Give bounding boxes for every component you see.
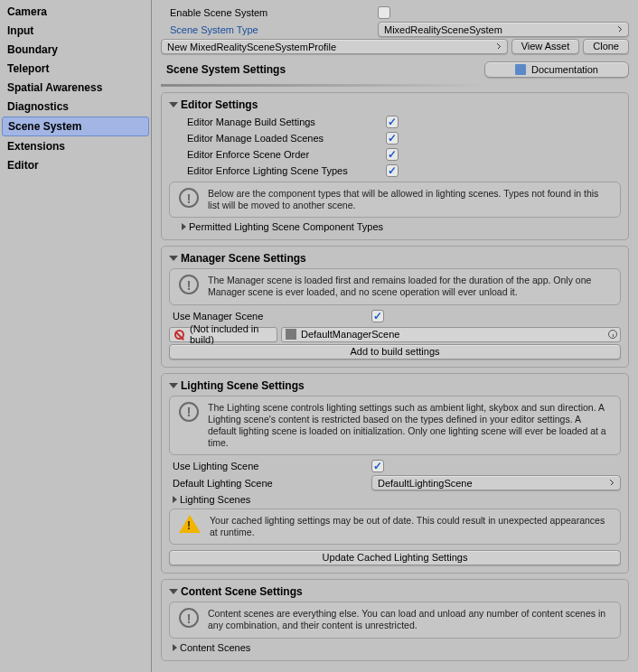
content-settings-foldout[interactable]: Content Scene Settings xyxy=(169,585,621,598)
manager-info: ! The Manager scene is loaded first and … xyxy=(169,268,621,304)
editor-settings-title: Editor Settings xyxy=(181,98,258,111)
use-lighting-scene-checkbox[interactable] xyxy=(371,460,384,472)
use-manager-scene-checkbox[interactable] xyxy=(371,310,384,322)
book-icon xyxy=(515,64,526,75)
editor-settings-info: ! Below are the component types that wil… xyxy=(169,182,621,218)
add-to-build-button[interactable]: Add to build settings xyxy=(169,344,621,359)
content-settings-panel: Content Scene Settings ! Content scenes … xyxy=(161,579,629,660)
chevron-down-icon xyxy=(169,383,178,388)
content-scenes-label: Content Scenes xyxy=(180,642,250,653)
warning-icon xyxy=(179,515,201,533)
chevron-down-icon xyxy=(169,102,178,107)
enable-scene-system-checkbox[interactable] xyxy=(378,6,390,19)
sidebar-item-boundary[interactable]: Boundary xyxy=(2,41,149,59)
chevron-right-icon xyxy=(173,644,177,651)
sidebar-item-editor[interactable]: Editor xyxy=(2,156,149,174)
lighting-scenes-label: Lighting Scenes xyxy=(180,494,250,505)
sidebar-item-spatial-awareness[interactable]: Spatial Awareness xyxy=(2,79,149,97)
lighting-info-text: The Lighting scene controls lighting set… xyxy=(208,402,611,450)
info-icon: ! xyxy=(179,608,199,628)
main-content: Enable Scene System Scene System Type Mi… xyxy=(152,0,638,672)
lighting-scenes-foldout[interactable]: Lighting Scenes xyxy=(173,494,621,505)
not-included-label: (Not included in build) xyxy=(190,323,272,345)
sidebar-item-input[interactable]: Input xyxy=(2,22,149,40)
editor-enforce-lighting-checkbox[interactable] xyxy=(386,164,399,177)
manager-settings-title: Manager Scene Settings xyxy=(181,252,306,265)
lighting-settings-foldout[interactable]: Lighting Scene Settings xyxy=(169,379,621,392)
profile-dropdown[interactable]: New MixedRealitySceneSystemProfile xyxy=(161,39,508,54)
manager-settings-panel: Manager Scene Settings ! The Manager sce… xyxy=(161,246,629,367)
lighting-settings-panel: Lighting Scene Settings ! The Lighting s… xyxy=(161,373,629,574)
content-info-text: Content scenes are everything else. You … xyxy=(208,608,611,631)
documentation-button[interactable]: Documentation xyxy=(484,61,629,78)
section-title: Scene System Settings xyxy=(161,63,286,76)
manager-scene-value: DefaultManagerScene xyxy=(301,329,399,340)
sidebar: Camera Input Boundary Teleport Spatial A… xyxy=(0,0,152,672)
chevron-right-icon xyxy=(173,496,177,503)
chevron-down-icon xyxy=(169,256,178,261)
unity-scene-icon xyxy=(286,329,296,340)
sidebar-item-extensions[interactable]: Extensions xyxy=(2,137,149,155)
lighting-warning: Your cached lighting settings may be out… xyxy=(169,509,621,545)
update-cached-lighting-button[interactable]: Update Cached Lighting Settings xyxy=(169,550,621,565)
permitted-types-label: Permitted Lighting Scene Component Types xyxy=(189,221,383,232)
lighting-info: ! The Lighting scene controls lighting s… xyxy=(169,396,621,456)
chevron-right-icon xyxy=(182,223,186,230)
editor-manage-build-checkbox[interactable] xyxy=(386,116,399,128)
content-scenes-foldout[interactable]: Content Scenes xyxy=(173,642,621,653)
sidebar-item-camera[interactable]: Camera xyxy=(2,3,149,21)
editor-manage-loaded-label: Editor Manage Loaded Scenes xyxy=(187,133,386,144)
editor-manage-build-label: Editor Manage Build Settings xyxy=(187,117,386,127)
documentation-label: Documentation xyxy=(531,64,598,75)
chevron-down-icon xyxy=(169,589,178,594)
editor-settings-info-text: Below are the component types that will … xyxy=(208,188,611,211)
sidebar-item-teleport[interactable]: Teleport xyxy=(2,60,149,78)
manager-settings-foldout[interactable]: Manager Scene Settings xyxy=(169,252,621,265)
editor-settings-foldout[interactable]: Editor Settings xyxy=(169,98,621,111)
editor-manage-loaded-checkbox[interactable] xyxy=(386,132,399,145)
info-icon: ! xyxy=(179,275,199,294)
info-icon: ! xyxy=(179,188,199,208)
editor-enforce-order-checkbox[interactable] xyxy=(386,148,399,161)
use-manager-scene-label: Use Manager Scene xyxy=(173,311,371,322)
content-settings-title: Content Scene Settings xyxy=(181,585,303,598)
enable-scene-system-label: Enable Scene System xyxy=(161,7,378,18)
scene-system-type-label: Scene System Type xyxy=(161,24,378,35)
default-lighting-scene-dropdown[interactable]: DefaultLightingScene xyxy=(371,475,621,490)
forbidden-icon xyxy=(174,330,184,340)
sidebar-item-scene-system[interactable]: Scene System xyxy=(2,117,149,136)
lighting-settings-title: Lighting Scene Settings xyxy=(181,379,305,392)
content-info: ! Content scenes are everything else. Yo… xyxy=(169,602,621,638)
build-status: (Not included in build) xyxy=(169,327,277,342)
permitted-types-foldout[interactable]: Permitted Lighting Scene Component Types xyxy=(182,221,621,232)
scene-system-type-dropdown[interactable]: MixedRealitySceneSystem xyxy=(378,22,629,37)
view-asset-button[interactable]: View Asset xyxy=(511,39,580,54)
divider xyxy=(161,84,629,87)
default-lighting-scene-label: Default Lighting Scene xyxy=(173,478,371,489)
editor-enforce-lighting-label: Editor Enforce Lighting Scene Types xyxy=(187,165,386,176)
info-icon: ! xyxy=(179,402,199,422)
manager-scene-field[interactable]: DefaultManagerScene xyxy=(281,327,621,342)
editor-settings-panel: Editor Settings Editor Manage Build Sett… xyxy=(161,92,629,240)
lighting-warning-text: Your cached lighting settings may be out… xyxy=(210,515,611,538)
editor-enforce-order-label: Editor Enforce Scene Order xyxy=(187,149,386,160)
object-picker-icon[interactable] xyxy=(608,330,617,339)
use-lighting-scene-label: Use Lighting Scene xyxy=(173,461,371,471)
manager-info-text: The Manager scene is loaded first and re… xyxy=(208,275,611,298)
clone-button[interactable]: Clone xyxy=(583,39,629,54)
sidebar-item-diagnostics[interactable]: Diagnostics xyxy=(2,98,149,116)
